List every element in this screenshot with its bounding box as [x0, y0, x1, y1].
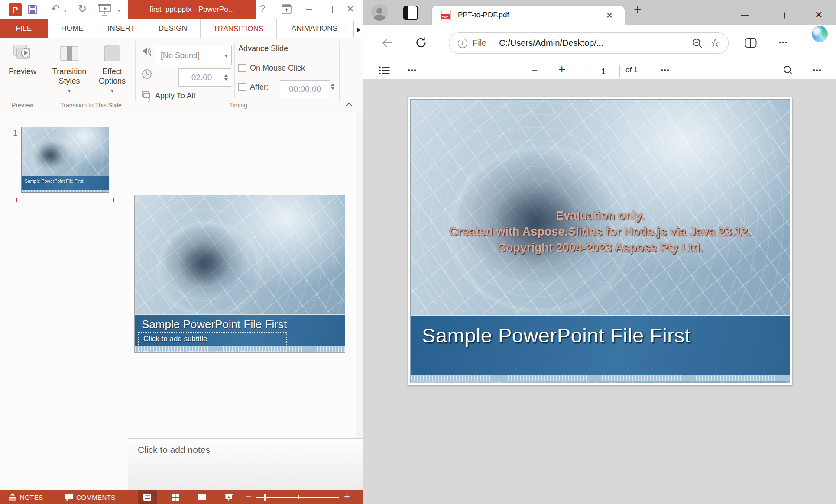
slide-thumbnail[interactable]: Sample PowerPoint File First: [21, 127, 109, 193]
preview-icon: [12, 43, 33, 64]
page-number-input[interactable]: [587, 64, 620, 79]
zoom-slider-track[interactable]: [256, 497, 339, 498]
ribbon-display-options-icon[interactable]: [282, 4, 292, 14]
transition-styles-button[interactable]: Transition Styles: [49, 41, 90, 95]
sound-dropdown[interactable]: [No Sound]: [156, 46, 232, 65]
zoom-slider-midpoint-tick: [298, 495, 299, 499]
on-mouse-click-checkbox[interactable]: [238, 64, 246, 72]
notes-toggle-button[interactable]: NOTES: [20, 494, 43, 501]
duration-input[interactable]: 02.00: [178, 68, 231, 87]
tab-title: PPT-to-PDF.pdf: [458, 11, 509, 19]
copilot-icon[interactable]: [812, 26, 828, 42]
new-tab-button[interactable]: +: [634, 2, 642, 18]
help-icon[interactable]: ?: [260, 3, 265, 14]
thumbnail-title-text: Sample PowerPoint File First: [22, 176, 109, 184]
editor-scrollbar[interactable]: [356, 113, 363, 438]
comments-icon: [64, 493, 74, 502]
apply-to-all-button[interactable]: Apply To All: [155, 91, 195, 100]
page-count-label: of 1: [625, 66, 638, 74]
undo-icon[interactable]: ↶: [51, 3, 60, 14]
back-icon[interactable]: [381, 37, 394, 48]
browser-minimize-button[interactable]: [741, 15, 749, 16]
browser-maximize-button[interactable]: [778, 12, 785, 19]
after-time-spinner[interactable]: [331, 84, 334, 90]
comments-toggle-button[interactable]: COMMENTS: [76, 494, 116, 501]
slide-sorter-view-button[interactable]: [165, 490, 185, 504]
zoom-in-button[interactable]: +: [344, 491, 350, 503]
after-label[interactable]: After:: [250, 83, 269, 92]
zoom-out-button[interactable]: −: [246, 491, 251, 502]
refresh-icon[interactable]: [415, 37, 427, 48]
collapse-ribbon-icon[interactable]: [345, 102, 353, 107]
tab-animations[interactable]: ANIMATIONS: [281, 19, 348, 38]
browser-tab[interactable]: PDF PPT-to-PDF.pdf ✕: [432, 6, 625, 25]
transition-styles-icon: [59, 43, 79, 64]
slide-editor-area[interactable]: Sample PowerPoint File First Click to ad…: [128, 113, 363, 438]
notes-icon: [8, 493, 17, 501]
reading-view-icon: [197, 493, 207, 501]
duration-value: 02.00: [191, 73, 212, 82]
tab-close-icon[interactable]: ✕: [606, 10, 613, 20]
maximize-button[interactable]: [326, 6, 333, 13]
page-info-icon[interactable]: i: [458, 39, 467, 48]
pdf-zoom-in-icon[interactable]: +: [558, 62, 565, 76]
pdf-file-icon: PDF: [441, 10, 451, 21]
tab-home[interactable]: HOME: [54, 19, 91, 38]
transition-styles-caret-icon: [68, 86, 71, 95]
group-label-preview: Preview: [0, 102, 45, 109]
tab-scroll-right-button[interactable]: [353, 21, 363, 39]
minimize-button[interactable]: [306, 9, 312, 10]
pdf-slide-title-text: Sample PowerPoint File First: [411, 316, 790, 347]
undo-dropdown-caret-icon[interactable]: ▾: [64, 5, 67, 16]
normal-view-button[interactable]: [138, 490, 157, 504]
tab-insert[interactable]: INSERT: [101, 19, 141, 38]
browser-close-button[interactable]: ✕: [815, 10, 823, 21]
slide-canvas[interactable]: Sample PowerPoint File First Click to ad…: [134, 195, 345, 353]
pdf-viewer[interactable]: Evaluation only. Created with Aspose.Sli…: [363, 79, 836, 504]
duration-spinner[interactable]: [224, 74, 228, 81]
preview-button[interactable]: Preview: [4, 41, 41, 76]
address-url[interactable]: C:/Users/Admin/Desktop/...: [499, 38, 603, 48]
zoom-out-page-icon[interactable]: [692, 38, 703, 49]
subtitle-placeholder-text[interactable]: Click to add subtitle: [139, 333, 286, 343]
tab-transitions[interactable]: TRANSITIONS: [200, 19, 277, 39]
slide-title-text[interactable]: Sample PowerPoint File First: [135, 315, 345, 331]
duration-clock-icon: [142, 69, 152, 79]
save-icon[interactable]: [27, 4, 38, 15]
thumbnail-bottom-strip: [22, 190, 109, 192]
effect-options-button[interactable]: Effect Options: [92, 41, 133, 95]
workspaces-icon[interactable]: [403, 6, 418, 20]
pdf-slide: Evaluation only. Created with Aspose.Sli…: [410, 99, 790, 383]
favorites-star-icon[interactable]: ☆: [710, 37, 720, 49]
notes-placeholder[interactable]: Click to add notes: [138, 445, 210, 455]
pdf-zoom-out-icon[interactable]: −: [531, 64, 538, 76]
powerpoint-window: P ↶ ▾ ↻ ▾ first_ppt.pptx - PowerPo... ? …: [0, 0, 363, 504]
pdf-slide-title-bar: Sample PowerPoint File First: [411, 315, 790, 375]
advance-slide-label: Advance Slide: [238, 44, 288, 53]
slideshow-view-button[interactable]: [219, 490, 238, 504]
pdf-page-menu-icon[interactable]: [661, 69, 669, 71]
after-time-input[interactable]: 00:00.00: [280, 80, 330, 98]
close-button[interactable]: ✕: [347, 4, 354, 14]
table-of-contents-icon[interactable]: [379, 65, 391, 75]
notes-pane[interactable]: Click to add notes: [128, 438, 363, 491]
powerpoint-logo-icon: P: [9, 3, 22, 16]
reading-view-button[interactable]: [192, 490, 211, 504]
start-slideshow-icon[interactable]: [98, 3, 112, 16]
after-checkbox[interactable]: [238, 83, 246, 91]
tab-file[interactable]: FILE: [0, 19, 48, 38]
address-bar[interactable]: i File C:/Users/Admin/Desktop/... ☆: [449, 32, 729, 54]
browser-settings-menu-icon[interactable]: [779, 42, 787, 43]
pdf-more-left-icon[interactable]: [408, 69, 416, 71]
pdf-search-icon[interactable]: [783, 65, 794, 76]
redo-icon[interactable]: ↻: [78, 3, 87, 14]
profile-avatar[interactable]: [371, 4, 388, 21]
pdf-more-right-icon[interactable]: [813, 69, 821, 71]
on-mouse-click-label[interactable]: On Mouse Click: [250, 64, 305, 73]
zoom-slider-thumb[interactable]: [264, 494, 266, 501]
group-divider: [135, 41, 136, 101]
split-screen-icon[interactable]: [745, 38, 757, 48]
subtitle-placeholder-box[interactable]: Click to add subtitle: [138, 332, 287, 352]
qat-customize-caret-icon[interactable]: ▾: [118, 5, 120, 16]
tab-design[interactable]: DESIGN: [152, 19, 194, 38]
